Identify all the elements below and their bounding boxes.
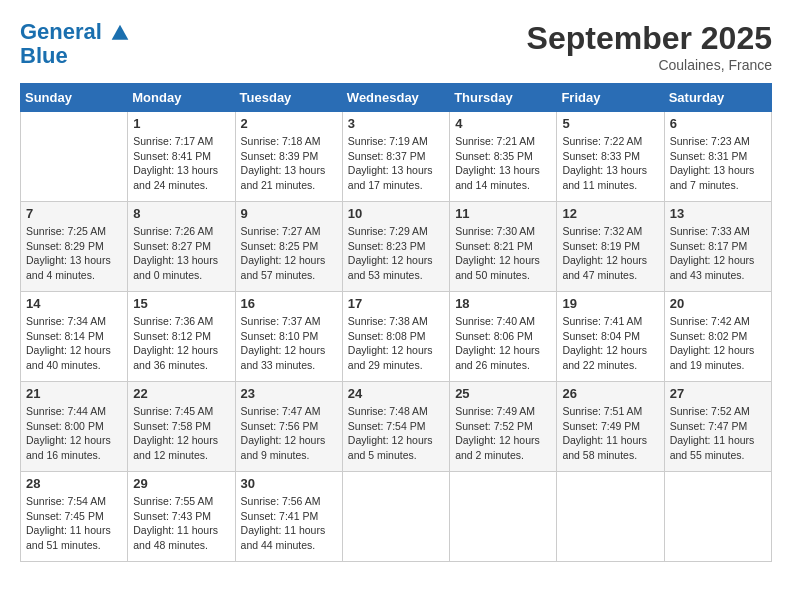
day-cell: 10Sunrise: 7:29 AMSunset: 8:23 PMDayligh… [342, 202, 449, 292]
logo: General Blue [20, 20, 130, 68]
day-cell: 24Sunrise: 7:48 AMSunset: 7:54 PMDayligh… [342, 382, 449, 472]
page-header: General Blue September 2025 Coulaines, F… [20, 20, 772, 73]
weekday-header-friday: Friday [557, 84, 664, 112]
day-info: Sunrise: 7:54 AMSunset: 7:45 PMDaylight:… [26, 494, 122, 553]
day-info: Sunrise: 7:33 AMSunset: 8:17 PMDaylight:… [670, 224, 766, 283]
weekday-header-tuesday: Tuesday [235, 84, 342, 112]
day-cell: 9Sunrise: 7:27 AMSunset: 8:25 PMDaylight… [235, 202, 342, 292]
day-cell [557, 472, 664, 562]
day-info: Sunrise: 7:49 AMSunset: 7:52 PMDaylight:… [455, 404, 551, 463]
weekday-header-wednesday: Wednesday [342, 84, 449, 112]
svg-marker-0 [112, 25, 129, 40]
day-cell: 22Sunrise: 7:45 AMSunset: 7:58 PMDayligh… [128, 382, 235, 472]
day-number: 7 [26, 206, 122, 221]
day-number: 18 [455, 296, 551, 311]
day-cell: 25Sunrise: 7:49 AMSunset: 7:52 PMDayligh… [450, 382, 557, 472]
day-number: 15 [133, 296, 229, 311]
day-cell: 14Sunrise: 7:34 AMSunset: 8:14 PMDayligh… [21, 292, 128, 382]
day-number: 26 [562, 386, 658, 401]
logo-icon [110, 23, 130, 43]
day-info: Sunrise: 7:51 AMSunset: 7:49 PMDaylight:… [562, 404, 658, 463]
day-number: 9 [241, 206, 337, 221]
day-number: 14 [26, 296, 122, 311]
day-number: 28 [26, 476, 122, 491]
day-number: 10 [348, 206, 444, 221]
day-cell: 30Sunrise: 7:56 AMSunset: 7:41 PMDayligh… [235, 472, 342, 562]
day-info: Sunrise: 7:21 AMSunset: 8:35 PMDaylight:… [455, 134, 551, 193]
day-cell: 23Sunrise: 7:47 AMSunset: 7:56 PMDayligh… [235, 382, 342, 472]
day-info: Sunrise: 7:55 AMSunset: 7:43 PMDaylight:… [133, 494, 229, 553]
week-row-2: 7Sunrise: 7:25 AMSunset: 8:29 PMDaylight… [21, 202, 772, 292]
day-cell: 27Sunrise: 7:52 AMSunset: 7:47 PMDayligh… [664, 382, 771, 472]
day-number: 25 [455, 386, 551, 401]
day-cell: 20Sunrise: 7:42 AMSunset: 8:02 PMDayligh… [664, 292, 771, 382]
day-number: 27 [670, 386, 766, 401]
day-info: Sunrise: 7:26 AMSunset: 8:27 PMDaylight:… [133, 224, 229, 283]
day-cell: 17Sunrise: 7:38 AMSunset: 8:08 PMDayligh… [342, 292, 449, 382]
day-info: Sunrise: 7:22 AMSunset: 8:33 PMDaylight:… [562, 134, 658, 193]
day-number: 20 [670, 296, 766, 311]
calendar-table: SundayMondayTuesdayWednesdayThursdayFrid… [20, 83, 772, 562]
weekday-header-row: SundayMondayTuesdayWednesdayThursdayFrid… [21, 84, 772, 112]
week-row-4: 21Sunrise: 7:44 AMSunset: 8:00 PMDayligh… [21, 382, 772, 472]
day-number: 1 [133, 116, 229, 131]
day-cell: 16Sunrise: 7:37 AMSunset: 8:10 PMDayligh… [235, 292, 342, 382]
weekday-header-monday: Monday [128, 84, 235, 112]
title-block: September 2025 Coulaines, France [527, 20, 772, 73]
day-cell [664, 472, 771, 562]
day-number: 13 [670, 206, 766, 221]
day-number: 11 [455, 206, 551, 221]
location: Coulaines, France [527, 57, 772, 73]
weekday-header-thursday: Thursday [450, 84, 557, 112]
day-number: 4 [455, 116, 551, 131]
day-info: Sunrise: 7:42 AMSunset: 8:02 PMDaylight:… [670, 314, 766, 373]
day-cell: 7Sunrise: 7:25 AMSunset: 8:29 PMDaylight… [21, 202, 128, 292]
day-info: Sunrise: 7:32 AMSunset: 8:19 PMDaylight:… [562, 224, 658, 283]
day-cell: 8Sunrise: 7:26 AMSunset: 8:27 PMDaylight… [128, 202, 235, 292]
day-info: Sunrise: 7:34 AMSunset: 8:14 PMDaylight:… [26, 314, 122, 373]
day-info: Sunrise: 7:41 AMSunset: 8:04 PMDaylight:… [562, 314, 658, 373]
day-info: Sunrise: 7:44 AMSunset: 8:00 PMDaylight:… [26, 404, 122, 463]
day-cell: 5Sunrise: 7:22 AMSunset: 8:33 PMDaylight… [557, 112, 664, 202]
day-cell: 19Sunrise: 7:41 AMSunset: 8:04 PMDayligh… [557, 292, 664, 382]
day-info: Sunrise: 7:37 AMSunset: 8:10 PMDaylight:… [241, 314, 337, 373]
day-number: 6 [670, 116, 766, 131]
day-cell: 2Sunrise: 7:18 AMSunset: 8:39 PMDaylight… [235, 112, 342, 202]
day-cell [342, 472, 449, 562]
week-row-3: 14Sunrise: 7:34 AMSunset: 8:14 PMDayligh… [21, 292, 772, 382]
day-info: Sunrise: 7:47 AMSunset: 7:56 PMDaylight:… [241, 404, 337, 463]
day-info: Sunrise: 7:23 AMSunset: 8:31 PMDaylight:… [670, 134, 766, 193]
day-cell: 21Sunrise: 7:44 AMSunset: 8:00 PMDayligh… [21, 382, 128, 472]
day-number: 12 [562, 206, 658, 221]
logo-text: General Blue [20, 20, 130, 68]
day-info: Sunrise: 7:19 AMSunset: 8:37 PMDaylight:… [348, 134, 444, 193]
day-number: 22 [133, 386, 229, 401]
day-number: 17 [348, 296, 444, 311]
day-number: 16 [241, 296, 337, 311]
day-cell: 3Sunrise: 7:19 AMSunset: 8:37 PMDaylight… [342, 112, 449, 202]
day-cell: 18Sunrise: 7:40 AMSunset: 8:06 PMDayligh… [450, 292, 557, 382]
week-row-5: 28Sunrise: 7:54 AMSunset: 7:45 PMDayligh… [21, 472, 772, 562]
day-cell [450, 472, 557, 562]
day-cell: 6Sunrise: 7:23 AMSunset: 8:31 PMDaylight… [664, 112, 771, 202]
day-number: 24 [348, 386, 444, 401]
day-info: Sunrise: 7:48 AMSunset: 7:54 PMDaylight:… [348, 404, 444, 463]
day-cell: 15Sunrise: 7:36 AMSunset: 8:12 PMDayligh… [128, 292, 235, 382]
day-number: 29 [133, 476, 229, 491]
day-cell: 12Sunrise: 7:32 AMSunset: 8:19 PMDayligh… [557, 202, 664, 292]
day-cell: 1Sunrise: 7:17 AMSunset: 8:41 PMDaylight… [128, 112, 235, 202]
day-number: 8 [133, 206, 229, 221]
day-cell [21, 112, 128, 202]
day-info: Sunrise: 7:29 AMSunset: 8:23 PMDaylight:… [348, 224, 444, 283]
day-cell: 28Sunrise: 7:54 AMSunset: 7:45 PMDayligh… [21, 472, 128, 562]
day-number: 23 [241, 386, 337, 401]
day-number: 3 [348, 116, 444, 131]
day-number: 19 [562, 296, 658, 311]
day-cell: 11Sunrise: 7:30 AMSunset: 8:21 PMDayligh… [450, 202, 557, 292]
day-cell: 26Sunrise: 7:51 AMSunset: 7:49 PMDayligh… [557, 382, 664, 472]
day-info: Sunrise: 7:52 AMSunset: 7:47 PMDaylight:… [670, 404, 766, 463]
day-info: Sunrise: 7:17 AMSunset: 8:41 PMDaylight:… [133, 134, 229, 193]
day-cell: 29Sunrise: 7:55 AMSunset: 7:43 PMDayligh… [128, 472, 235, 562]
day-cell: 13Sunrise: 7:33 AMSunset: 8:17 PMDayligh… [664, 202, 771, 292]
day-info: Sunrise: 7:36 AMSunset: 8:12 PMDaylight:… [133, 314, 229, 373]
